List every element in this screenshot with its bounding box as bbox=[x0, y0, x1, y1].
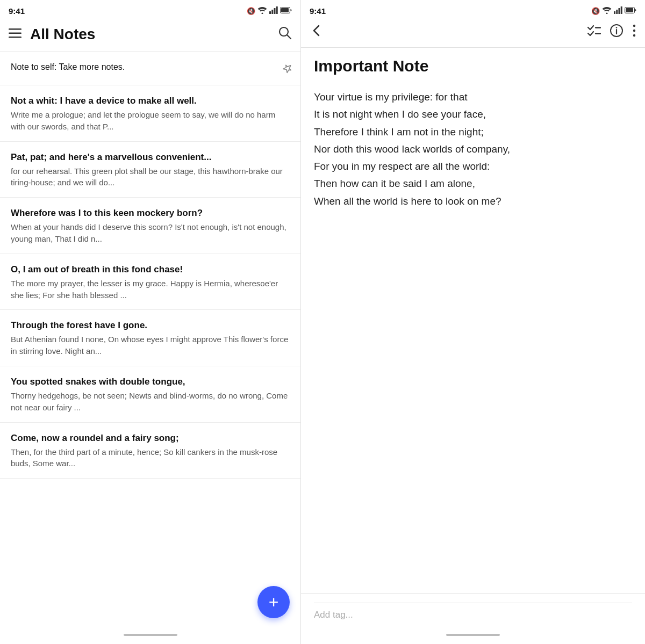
svg-point-24 bbox=[633, 34, 635, 37]
wifi-icon bbox=[257, 6, 267, 16]
svg-rect-8 bbox=[9, 37, 22, 38]
svg-rect-7 bbox=[9, 33, 22, 34]
note-title: Note to self: Take more notes. bbox=[11, 62, 125, 73]
signal-icon bbox=[269, 6, 278, 16]
svg-line-10 bbox=[287, 35, 291, 39]
svg-rect-1 bbox=[271, 10, 273, 14]
left-panel: 9:41 🔇 bbox=[0, 0, 301, 644]
note-preview: But Athenian found I none, On whose eyes… bbox=[11, 334, 292, 357]
list-item[interactable]: Not a whit: I have a device to make all … bbox=[0, 85, 300, 142]
more-options-icon[interactable] bbox=[632, 24, 636, 41]
note-preview: Then, for the third part of a minute, he… bbox=[11, 446, 292, 470]
right-bottom-bar bbox=[301, 629, 645, 644]
left-status-time: 9:41 bbox=[9, 6, 25, 16]
svg-rect-0 bbox=[269, 11, 271, 14]
add-tag-input[interactable]: Add tag... bbox=[314, 610, 353, 620]
note-title: Wherefore was I to this keen mockery bor… bbox=[11, 207, 292, 219]
list-item[interactable]: Note to self: Take more notes. bbox=[0, 52, 300, 85]
right-status-icons: 🔇 bbox=[591, 6, 636, 16]
left-status-icons: 🔇 bbox=[247, 6, 292, 16]
right-status-bar: 9:41 🔇 bbox=[301, 0, 645, 19]
tag-divider bbox=[314, 603, 632, 603]
add-note-button[interactable]: + bbox=[257, 586, 290, 618]
battery-icon bbox=[280, 7, 292, 15]
svg-point-21 bbox=[616, 27, 618, 28]
mute-icon: 🔇 bbox=[247, 7, 255, 15]
tag-area: Add tag... bbox=[301, 594, 645, 629]
svg-rect-6 bbox=[9, 28, 22, 30]
pin-icon bbox=[278, 61, 295, 78]
note-content-area[interactable]: Important Note Your virtue is my privile… bbox=[301, 48, 645, 594]
left-home-indicator bbox=[124, 634, 177, 636]
svg-rect-12 bbox=[616, 10, 618, 14]
svg-rect-13 bbox=[619, 8, 620, 14]
list-item[interactable]: You spotted snakes with double tongue, T… bbox=[0, 366, 300, 423]
notes-list: Note to self: Take more notes. Not a whi… bbox=[0, 52, 300, 629]
svg-point-22 bbox=[633, 25, 635, 27]
right-panel: 9:41 🔇 bbox=[301, 0, 645, 644]
wifi-icon bbox=[602, 6, 612, 16]
note-title: You spotted snakes with double tongue, bbox=[11, 376, 292, 388]
right-status-time: 9:41 bbox=[310, 6, 326, 16]
back-button[interactable] bbox=[310, 24, 324, 41]
svg-rect-5 bbox=[281, 8, 289, 12]
mute-icon: 🔇 bbox=[591, 7, 600, 15]
note-preview: Thorny hedgehogs, be not seen; Newts and… bbox=[11, 390, 292, 414]
list-item[interactable]: Come, now a roundel and a fairy song; Th… bbox=[0, 423, 300, 479]
right-toolbar bbox=[301, 19, 645, 47]
svg-rect-2 bbox=[274, 8, 276, 14]
note-preview: The more my prayer, the lesser is my gra… bbox=[11, 278, 292, 301]
left-status-bar: 9:41 🔇 bbox=[0, 0, 300, 19]
left-bottom-bar bbox=[0, 629, 300, 644]
note-title: Come, now a roundel and a fairy song; bbox=[11, 432, 292, 444]
note-title: Through the forest have I gone. bbox=[11, 320, 292, 331]
list-item[interactable]: Wherefore was I to this keen mockery bor… bbox=[0, 198, 300, 254]
checklist-icon[interactable] bbox=[587, 25, 601, 40]
list-item[interactable]: O, I am out of breath in this fond chase… bbox=[0, 254, 300, 310]
svg-rect-3 bbox=[276, 6, 278, 14]
note-preview: When at your hands did I deserve this sc… bbox=[11, 221, 292, 245]
right-home-indicator bbox=[446, 634, 500, 636]
note-title: Not a whit: I have a device to make all … bbox=[11, 95, 292, 107]
page-title: All Notes bbox=[30, 26, 271, 43]
note-detail-title: Important Note bbox=[314, 56, 632, 76]
search-icon[interactable] bbox=[276, 24, 294, 45]
menu-icon[interactable] bbox=[6, 25, 24, 44]
left-toolbar: All Notes bbox=[0, 19, 300, 52]
signal-icon bbox=[614, 6, 622, 16]
note-detail-body: Your virtue is my privilege: for that It… bbox=[314, 89, 632, 210]
note-preview: for our rehearsal. This green plot shall… bbox=[11, 165, 292, 189]
note-title: Pat, pat; and here's a marvellous conven… bbox=[11, 151, 292, 163]
svg-rect-14 bbox=[621, 6, 622, 14]
svg-point-23 bbox=[633, 30, 635, 32]
list-item[interactable]: Through the forest have I gone. But Athe… bbox=[0, 310, 300, 366]
note-title: O, I am out of breath in this fond chase… bbox=[11, 264, 292, 276]
svg-rect-11 bbox=[614, 11, 615, 14]
battery-icon bbox=[625, 7, 636, 15]
svg-rect-16 bbox=[626, 8, 633, 12]
info-icon[interactable] bbox=[610, 24, 624, 41]
note-preview: Write me a prologue; and let the prologu… bbox=[11, 109, 292, 133]
list-item[interactable]: Pat, pat; and here's a marvellous conven… bbox=[0, 142, 300, 198]
